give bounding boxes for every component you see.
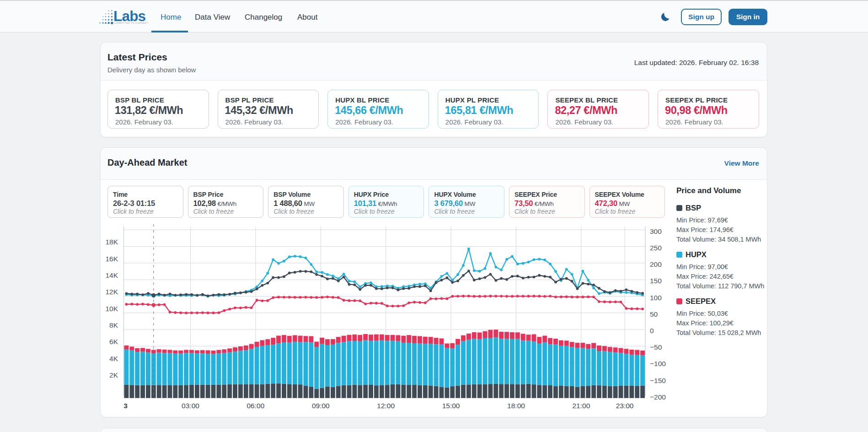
svg-text:06:00: 06:00: [247, 402, 265, 410]
svg-text:16K: 16K: [105, 255, 118, 263]
svg-text:12:00: 12:00: [377, 402, 395, 410]
svg-text:−150: −150: [650, 377, 666, 384]
svg-text:14K: 14K: [105, 271, 118, 279]
svg-text:250: 250: [650, 244, 662, 252]
svg-text:4K: 4K: [109, 355, 118, 362]
svg-text:50: 50: [650, 310, 658, 318]
svg-text:21:00: 21:00: [573, 402, 590, 410]
svg-text:0: 0: [650, 327, 654, 335]
svg-text:6K: 6K: [109, 338, 118, 346]
svg-text:−50: −50: [650, 343, 662, 351]
svg-text:−200: −200: [650, 393, 666, 401]
svg-text:−100: −100: [650, 360, 666, 367]
svg-text:15:00: 15:00: [442, 402, 460, 410]
svg-text:09:00: 09:00: [312, 402, 330, 410]
svg-text:18K: 18K: [105, 238, 118, 246]
svg-text:COMMITTED TO CONNECT: COMMITTED TO CONNECT: [114, 22, 149, 24]
svg-text:150: 150: [650, 277, 662, 285]
svg-text:2K: 2K: [109, 371, 118, 379]
svg-text:10K: 10K: [105, 305, 118, 313]
svg-text:200: 200: [650, 260, 662, 268]
svg-text:300: 300: [650, 227, 662, 235]
svg-text:03:00: 03:00: [182, 402, 199, 410]
svg-text:23:00: 23:00: [616, 402, 634, 410]
svg-text:12K: 12K: [105, 288, 118, 296]
svg-text:8K: 8K: [109, 321, 118, 329]
svg-text:100: 100: [650, 294, 662, 302]
svg-text:3: 3: [123, 402, 128, 410]
svg-text:18:00: 18:00: [507, 402, 525, 410]
